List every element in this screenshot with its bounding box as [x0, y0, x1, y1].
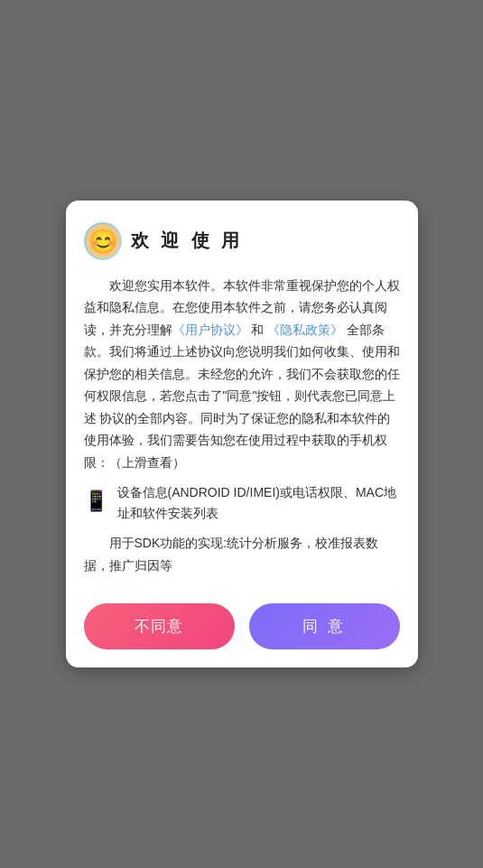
privacy-policy-link[interactable]: 《隐私政策》 — [267, 322, 343, 337]
agree-button[interactable]: 同 意 — [249, 603, 400, 649]
dialog-footer: 不同意 同 意 — [84, 603, 400, 649]
user-agreement-link[interactable]: 《用户协议》 — [172, 322, 248, 337]
device-info-row: 📱 设备信息(ANDROID ID/IMEI)或电话权限、MAC地址和软件安装列… — [84, 482, 400, 523]
dialog-body: 欢迎您实用本软件。本软件非常重视保护您的个人权益和隐私信息。在您使用本软件之前，… — [84, 275, 400, 585]
intro-paragraph: 欢迎您实用本软件。本软件非常重视保护您的个人权益和隐私信息。在您使用本软件之前，… — [84, 275, 400, 474]
avatar — [84, 222, 122, 260]
disagree-button[interactable]: 不同意 — [84, 603, 235, 649]
dialog-title: 欢 迎 使 用 — [131, 229, 244, 253]
dialog-header: 欢 迎 使 用 — [84, 222, 400, 260]
device-info-text: 设备信息(ANDROID ID/IMEI)或电话权限、MAC地址和软件安装列表 — [117, 482, 400, 523]
sdk-text: 用于SDK功能的实现:统计分析服务，校准报表数据，推广归因等 — [84, 532, 400, 576]
phone-icon: 📱 — [84, 484, 108, 519]
privacy-dialog: 欢 迎 使 用 欢迎您实用本软件。本软件非常重视保护您的个人权益和隐私信息。在您… — [66, 201, 418, 667]
avatar-face — [86, 224, 120, 258]
